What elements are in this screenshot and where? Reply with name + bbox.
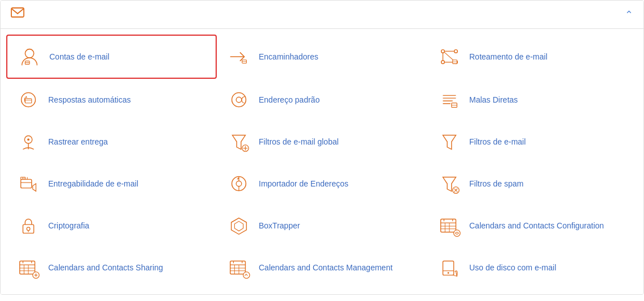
grid-item-importador[interactable]: Importador de Endereços: [217, 163, 427, 205]
item-label-rastrear: Rastrear entrega: [48, 137, 108, 147]
item-label-criptografia: Criptografia: [48, 221, 89, 231]
account-mail-icon: [16, 44, 43, 70]
svg-rect-30: [21, 179, 32, 188]
svg-point-5: [441, 50, 445, 53]
item-label-disco: Uso de disco com e-mail: [469, 262, 556, 273]
routing-icon: [436, 44, 462, 70]
grid-item-filtros[interactable]: Filtros de e-mail: [427, 121, 638, 163]
forward-icon: [226, 44, 252, 70]
panel-header: ⌃: [1, 1, 643, 29]
item-label-boxtrapper: BoxTrapper: [259, 221, 300, 231]
svg-point-14: [22, 93, 36, 107]
item-label-entregabilidade: Entregabilidade de e-mail: [48, 179, 138, 189]
svg-point-1: [25, 49, 33, 58]
collapse-button[interactable]: ⌃: [625, 9, 633, 21]
filter-icon: [436, 129, 462, 155]
item-label-roteamento: Roteamento de e-mail: [469, 52, 548, 62]
header-left: [11, 7, 30, 22]
svg-rect-66: [230, 261, 246, 274]
grid-item-cal-config[interactable]: Calendars and Contacts Configuration: [427, 205, 638, 247]
svg-point-77: [448, 272, 449, 274]
grid-item-cal-sharing[interactable]: Calendars and Contacts Sharing: [6, 247, 217, 289]
item-label-filtros-global: Filtros de e-mail global: [259, 137, 339, 147]
cal-management-icon: [226, 255, 252, 281]
grid-item-contas[interactable]: Contas de e-mail: [6, 35, 217, 79]
svg-rect-32: [23, 177, 25, 180]
item-label-cal-config: Calendars and Contacts Configuration: [469, 221, 604, 231]
grid-item-filtros-global[interactable]: Filtros de e-mail global: [217, 121, 427, 163]
items-grid: Contas de e-mail Encaminhadores Roteamen…: [6, 35, 638, 289]
filter-global-icon: [226, 129, 252, 155]
panel-body: Contas de e-mail Encaminhadores Roteamen…: [1, 29, 643, 294]
item-label-encaminhadores: Encaminhadores: [259, 52, 318, 62]
disk-icon: [436, 255, 462, 281]
grid-item-respostas[interactable]: Respostas automáticas: [6, 79, 217, 121]
svg-point-24: [27, 138, 30, 141]
item-label-cal-sharing: Calendars and Contacts Sharing: [48, 262, 163, 273]
svg-marker-45: [234, 221, 243, 231]
email-panel: ⌃ Contas de e-mail Encaminhadores Roteam…: [0, 0, 644, 295]
grid-item-spam[interactable]: Filtros de spam: [427, 163, 638, 205]
grid-item-endereco[interactable]: Endereço padrão: [217, 79, 427, 121]
item-label-importador: Importador de Endereços: [259, 179, 348, 189]
track-icon: [15, 129, 41, 155]
item-label-spam: Filtros de spam: [469, 179, 524, 189]
item-label-filtros: Filtros de e-mail: [469, 137, 526, 147]
item-label-malas: Malas Diretas: [469, 95, 518, 105]
grid-item-boxtrapper[interactable]: BoxTrapper: [217, 205, 427, 247]
grid-item-disco[interactable]: Uso de disco com e-mail: [427, 247, 638, 289]
svg-rect-0: [11, 8, 24, 17]
cal-sharing-icon: [15, 255, 41, 281]
spam-icon: [436, 171, 462, 197]
grid-item-roteamento[interactable]: Roteamento de e-mail: [427, 35, 638, 79]
grid-item-criptografia[interactable]: Criptografia: [6, 205, 217, 247]
item-label-cal-management: Calendars and Contacts Management: [259, 262, 393, 273]
svg-point-7: [441, 61, 445, 64]
item-label-endereco: Endereço padrão: [259, 95, 319, 105]
svg-rect-55: [20, 261, 35, 274]
at-icon: [226, 87, 252, 113]
deliverability-icon: [15, 171, 41, 197]
cal-config-icon: [436, 213, 462, 239]
mail-icon: [11, 7, 24, 22]
svg-point-54: [454, 230, 460, 236]
grid-item-rastrear[interactable]: Rastrear entrega: [6, 121, 217, 163]
mailinglist-icon: [436, 87, 462, 113]
autoresponder-icon: [15, 87, 41, 113]
grid-item-entregabilidade[interactable]: Entregabilidade de e-mail: [6, 163, 217, 205]
svg-rect-46: [441, 219, 456, 232]
svg-point-34: [236, 181, 242, 186]
svg-rect-31: [21, 177, 23, 180]
svg-marker-44: [231, 218, 247, 235]
svg-point-6: [454, 50, 458, 53]
item-label-respostas: Respostas automáticas: [48, 95, 131, 105]
encryption-icon: [15, 213, 41, 239]
import-icon: [226, 171, 252, 197]
svg-point-16: [232, 93, 246, 107]
grid-item-cal-management[interactable]: Calendars and Contacts Management: [217, 247, 427, 289]
svg-point-42: [27, 227, 30, 231]
svg-rect-15: [25, 99, 31, 103]
svg-marker-29: [443, 135, 456, 150]
svg-point-74: [243, 272, 250, 278]
svg-point-17: [236, 97, 242, 103]
grid-item-encaminhadores[interactable]: Encaminhadores: [217, 35, 427, 79]
item-label-contas: Contas de e-mail: [49, 52, 110, 62]
grid-item-malas[interactable]: Malas Diretas: [427, 79, 638, 121]
boxtrapper-icon: [226, 213, 252, 239]
